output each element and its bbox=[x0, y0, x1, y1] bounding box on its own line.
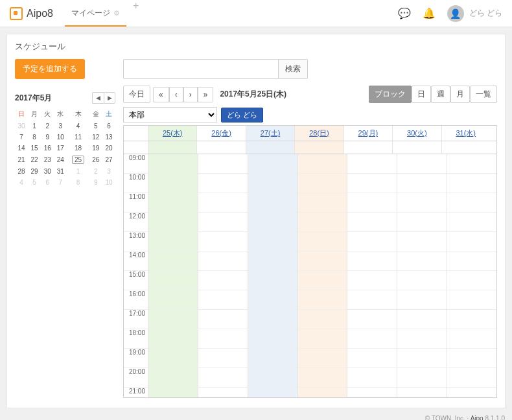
view-block-button[interactable]: ブロック bbox=[369, 86, 412, 103]
hour-cell[interactable] bbox=[298, 232, 347, 251]
nav-next-button[interactable]: › bbox=[183, 87, 198, 102]
mini-cal-day[interactable]: 4 bbox=[67, 121, 89, 132]
hour-cell[interactable] bbox=[397, 154, 447, 174]
hour-cell[interactable] bbox=[248, 213, 297, 232]
day-header[interactable]: 30(火) bbox=[393, 126, 441, 141]
hour-cell[interactable] bbox=[347, 193, 397, 213]
hour-cell[interactable] bbox=[298, 388, 347, 397]
hour-cell[interactable] bbox=[447, 290, 496, 310]
hour-cell[interactable] bbox=[148, 290, 198, 310]
mini-cal-day[interactable]: 12 bbox=[89, 132, 102, 143]
today-button[interactable]: 今日 bbox=[123, 86, 150, 103]
hour-cell[interactable] bbox=[148, 329, 198, 349]
hour-cell[interactable] bbox=[347, 388, 397, 397]
hour-cell[interactable] bbox=[248, 388, 297, 397]
hour-cell[interactable] bbox=[198, 368, 248, 388]
hour-cell[interactable] bbox=[298, 329, 347, 349]
hour-cell[interactable] bbox=[198, 329, 248, 349]
mini-cal-next[interactable]: ▶ bbox=[104, 92, 115, 104]
hour-cell[interactable] bbox=[347, 310, 397, 329]
mini-cal-day[interactable]: 5 bbox=[89, 121, 102, 132]
hour-cell[interactable] bbox=[248, 154, 297, 174]
hour-cell[interactable] bbox=[198, 388, 248, 397]
hour-cell[interactable] bbox=[397, 368, 447, 388]
mini-cal-prev[interactable]: ◀ bbox=[92, 92, 104, 104]
hour-cell[interactable] bbox=[347, 232, 397, 251]
search-input[interactable] bbox=[123, 59, 279, 79]
allday-cell[interactable] bbox=[295, 141, 343, 154]
hour-cell[interactable] bbox=[298, 310, 347, 329]
allday-cell[interactable] bbox=[344, 141, 393, 154]
allday-cell[interactable] bbox=[393, 141, 441, 154]
hour-cell[interactable] bbox=[447, 329, 496, 349]
mini-cal-day[interactable]: 7 bbox=[54, 177, 67, 188]
hour-cell[interactable] bbox=[347, 329, 397, 349]
add-schedule-button[interactable]: 予定を追加する bbox=[15, 59, 85, 79]
allday-cell[interactable] bbox=[246, 141, 295, 154]
mini-cal-day[interactable]: 10 bbox=[54, 132, 67, 143]
hour-cell[interactable] bbox=[248, 368, 297, 388]
hour-cell[interactable] bbox=[198, 174, 248, 193]
mini-cal-day[interactable]: 6 bbox=[41, 177, 54, 188]
mini-cal-day[interactable]: 15 bbox=[28, 143, 41, 154]
view-list-button[interactable]: 一覧 bbox=[470, 86, 497, 103]
tab-mypage[interactable]: マイページ ⚙ bbox=[65, 0, 126, 27]
hour-cell[interactable] bbox=[248, 232, 297, 251]
hour-cell[interactable] bbox=[298, 213, 347, 232]
group-select[interactable]: 本部 bbox=[123, 107, 217, 122]
hour-cell[interactable] bbox=[397, 193, 447, 213]
mini-cal-day[interactable]: 8 bbox=[28, 132, 41, 143]
hour-cell[interactable] bbox=[447, 368, 496, 388]
hour-cell[interactable] bbox=[298, 193, 347, 213]
day-column[interactable] bbox=[198, 154, 248, 397]
day-column[interactable] bbox=[298, 154, 348, 397]
mini-cal-day[interactable]: 30 bbox=[41, 166, 54, 177]
hour-cell[interactable] bbox=[447, 193, 496, 213]
hour-cell[interactable] bbox=[248, 271, 297, 290]
hour-cell[interactable] bbox=[198, 232, 248, 251]
user-menu[interactable]: 👤 どら どら bbox=[447, 5, 502, 22]
hour-cell[interactable] bbox=[148, 349, 198, 368]
mini-cal-day[interactable]: 18 bbox=[67, 143, 89, 154]
hour-cell[interactable] bbox=[298, 271, 347, 290]
mini-cal-day[interactable]: 3 bbox=[102, 166, 115, 177]
mini-cal-day[interactable]: 1 bbox=[67, 166, 89, 177]
mini-cal-day[interactable]: 13 bbox=[102, 132, 115, 143]
hour-cell[interactable] bbox=[148, 251, 198, 271]
hour-cell[interactable] bbox=[447, 271, 496, 290]
search-button[interactable]: 検索 bbox=[279, 59, 308, 79]
hour-cell[interactable] bbox=[397, 251, 447, 271]
mini-cal-day[interactable]: 9 bbox=[41, 132, 54, 143]
hour-cell[interactable] bbox=[397, 329, 447, 349]
mini-cal-day[interactable]: 20 bbox=[102, 143, 115, 154]
user-filter-badge[interactable]: どら どら bbox=[221, 108, 263, 122]
hour-cell[interactable] bbox=[347, 174, 397, 193]
hour-cell[interactable] bbox=[148, 388, 198, 397]
day-header[interactable]: 26(金) bbox=[197, 126, 246, 141]
hour-cell[interactable] bbox=[347, 213, 397, 232]
day-column[interactable] bbox=[347, 154, 397, 397]
nav-prev-button[interactable]: ‹ bbox=[169, 87, 183, 102]
hour-cell[interactable] bbox=[248, 329, 297, 349]
hour-cell[interactable] bbox=[397, 232, 447, 251]
hour-cell[interactable] bbox=[198, 290, 248, 310]
mini-cal-day[interactable]: 1 bbox=[28, 121, 41, 132]
allday-cell[interactable] bbox=[148, 141, 197, 154]
hour-cell[interactable] bbox=[298, 174, 347, 193]
mini-cal-day[interactable]: 7 bbox=[15, 132, 28, 143]
hour-cell[interactable] bbox=[347, 154, 397, 174]
hour-cell[interactable] bbox=[347, 368, 397, 388]
tab-add-icon[interactable]: + bbox=[126, 0, 145, 27]
day-header[interactable]: 27(土) bbox=[246, 126, 295, 141]
hour-cell[interactable] bbox=[148, 193, 198, 213]
hour-cell[interactable] bbox=[397, 290, 447, 310]
view-month-button[interactable]: 月 bbox=[450, 86, 470, 103]
hour-cell[interactable] bbox=[298, 251, 347, 271]
hour-cell[interactable] bbox=[447, 174, 496, 193]
hour-cell[interactable] bbox=[198, 213, 248, 232]
hour-cell[interactable] bbox=[198, 271, 248, 290]
chat-icon[interactable]: 💬 bbox=[398, 7, 411, 19]
mini-cal-day[interactable]: 14 bbox=[15, 143, 28, 154]
day-header[interactable]: 25(木) bbox=[148, 126, 197, 141]
hour-cell[interactable] bbox=[447, 154, 496, 174]
